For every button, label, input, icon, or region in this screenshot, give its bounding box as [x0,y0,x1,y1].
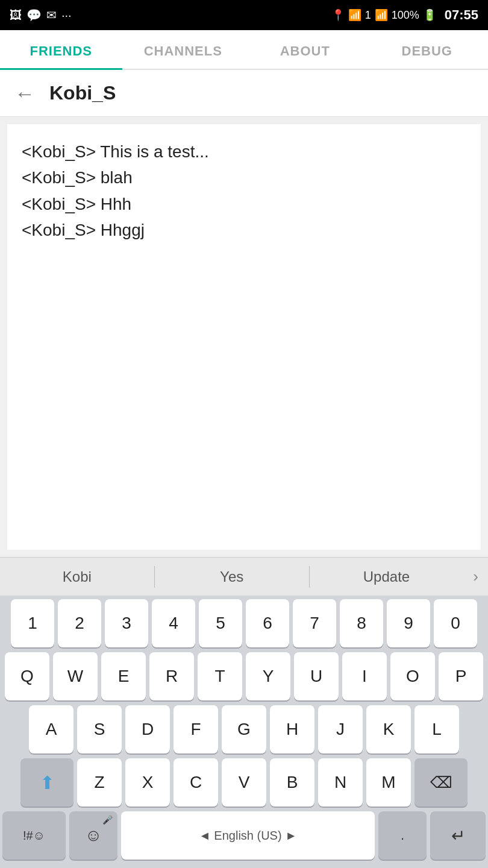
key-e[interactable]: E [101,652,146,700]
status-icons-right: 📍 📶 1 📶 100% 🔋 07:55 [331,7,478,23]
tab-bar: FRIENDS CHANNELS ABOUT DEBUG [0,30,488,70]
tab-friends[interactable]: FRIENDS [0,30,122,69]
key-t[interactable]: T [198,652,242,700]
status-time: 07:55 [445,7,478,23]
key-k[interactable]: K [366,705,411,753]
key-y[interactable]: Y [246,652,290,700]
key-5[interactable]: 5 [199,599,242,647]
key-q[interactable]: Q [5,652,49,700]
autocomplete-arrow[interactable]: › [463,567,488,586]
key-z[interactable]: Z [77,758,122,807]
chat-title: Kobi_S [49,82,116,104]
message-3: <Kobi_S> Hhh [22,191,466,217]
status-icons-left: 🖼 💬 ✉ ··· [10,8,72,22]
location-icon: 📍 [331,8,345,22]
autocomplete-word-2[interactable]: Yes [155,568,309,585]
bottom-row: !#☺ 🎤 ☺ ◄ English (US) ► . ↵ [2,811,486,860]
keyboard: 1 2 3 4 5 6 7 8 9 0 Q W E R T Y U I O P … [0,596,488,868]
gallery-icon: 🖼 [10,8,22,22]
space-key[interactable]: ◄ English (US) ► [121,811,375,860]
chat-area: <Kobi_S> This is a test... <Kobi_S> blah… [7,124,481,550]
signal-icon: 📶 [375,8,388,22]
key-x[interactable]: X [125,758,170,807]
key-d[interactable]: D [125,705,170,753]
key-w[interactable]: W [53,652,98,700]
autocomplete-bar: Kobi Yes Update › [0,557,488,596]
key-0[interactable]: 0 [434,599,477,647]
wifi-icon: 📶 [348,8,361,22]
key-h[interactable]: H [270,705,314,753]
key-m[interactable]: M [366,758,411,807]
key-j[interactable]: J [318,705,363,753]
back-button[interactable]: ← [14,83,35,104]
key-2[interactable]: 2 [58,599,101,647]
chat-header: ← Kobi_S [0,70,488,117]
sim-icon: 1 [365,9,371,22]
tab-about[interactable]: ABOUT [244,30,366,69]
key-o[interactable]: O [390,652,435,700]
key-n[interactable]: N [318,758,363,807]
key-s[interactable]: S [77,705,122,753]
message-1: <Kobi_S> This is a test... [22,139,466,165]
key-p[interactable]: P [439,652,483,700]
tab-channels[interactable]: CHANNELS [122,30,245,69]
key-9[interactable]: 9 [387,599,430,647]
more-icon: ··· [61,8,72,22]
battery-percent: 100% [392,9,419,22]
key-8[interactable]: 8 [340,599,383,647]
autocomplete-word-3[interactable]: Update [310,568,464,585]
key-1[interactable]: 1 [11,599,54,647]
key-4[interactable]: 4 [152,599,195,647]
enter-key[interactable]: ↵ [430,811,486,860]
message-2: <Kobi_S> blah [22,165,466,190]
zxcv-row: ⬆ Z X C V B N M ⌫ [2,758,486,807]
period-key[interactable]: . [378,811,427,860]
status-bar: 🖼 💬 ✉ ··· 📍 📶 1 📶 100% 🔋 07:55 [0,0,488,30]
autocomplete-word-1[interactable]: Kobi [0,568,154,585]
key-7[interactable]: 7 [293,599,336,647]
key-a[interactable]: A [29,705,74,753]
whatsapp-icon: 💬 [27,8,42,22]
emoji-key[interactable]: 🎤 ☺ [69,811,117,860]
key-u[interactable]: U [294,652,339,700]
gmail-icon: ✉ [46,8,57,22]
key-c[interactable]: C [174,758,218,807]
battery-icon: 🔋 [423,8,436,22]
key-f[interactable]: F [174,705,218,753]
message-4: <Kobi_S> Hhggj [22,217,466,243]
key-g[interactable]: G [222,705,266,753]
key-6[interactable]: 6 [246,599,289,647]
key-l[interactable]: L [414,705,459,753]
qwerty-row: Q W E R T Y U I O P [2,652,486,700]
number-row: 1 2 3 4 5 6 7 8 9 0 [2,599,486,647]
key-i[interactable]: I [342,652,387,700]
key-b[interactable]: B [270,758,314,807]
tab-debug[interactable]: DEBUG [366,30,489,69]
key-r[interactable]: R [149,652,194,700]
symbol-key[interactable]: !#☺ [2,811,66,860]
key-v[interactable]: V [222,758,266,807]
backspace-key[interactable]: ⌫ [414,758,468,807]
shift-key[interactable]: ⬆ [20,758,74,807]
asdf-row: A S D F G H J K L [2,705,486,753]
key-3[interactable]: 3 [105,599,148,647]
